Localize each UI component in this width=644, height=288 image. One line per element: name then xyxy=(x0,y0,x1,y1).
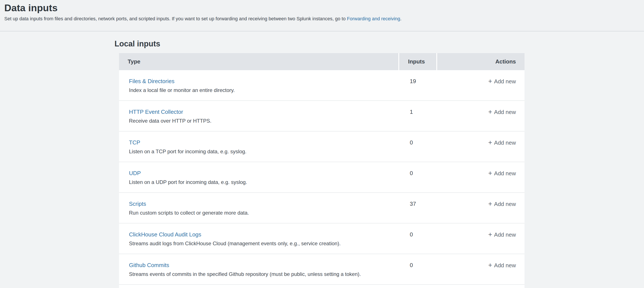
table-row-http-event-collector: HTTP Event Collector Receive data over H… xyxy=(119,101,524,131)
inputs-count: 1 xyxy=(399,101,437,131)
plus-icon: + xyxy=(488,169,492,177)
github-commits-link[interactable]: Github Commits xyxy=(129,262,169,268)
table-row-files-directories: Files & Directories Index a local file o… xyxy=(119,70,524,101)
add-new-label: Add new xyxy=(494,78,516,85)
column-header-type: Type xyxy=(119,53,398,70)
add-new-label: Add new xyxy=(494,170,516,177)
subtitle-text: Set up data inputs from files and direct… xyxy=(4,16,347,21)
next-row-partial xyxy=(119,285,524,288)
type-cell: ClickHouse Cloud Audit Logs Streams audi… xyxy=(119,223,399,254)
page-subtitle: Set up data inputs from files and direct… xyxy=(4,16,402,22)
actions-cell: +Add new xyxy=(437,131,524,162)
add-new-link[interactable]: +Add new xyxy=(488,231,516,238)
plus-icon: + xyxy=(488,108,492,116)
column-header-inputs: Inputs xyxy=(399,53,436,70)
actions-cell: +Add new xyxy=(437,193,524,223)
actions-cell: +Add new xyxy=(437,223,524,254)
column-header-actions: Actions xyxy=(437,53,524,70)
forwarding-and-receiving-link[interactable]: Forwarding and receiving xyxy=(347,16,400,21)
plus-icon: + xyxy=(488,261,492,269)
table-row-github-commits: Github Commits Streams events of commits… xyxy=(119,254,524,285)
actions-cell: +Add new xyxy=(437,254,524,284)
add-new-link[interactable]: +Add new xyxy=(488,78,516,85)
plus-icon: + xyxy=(488,231,492,238)
inputs-count: 0 xyxy=(399,162,437,192)
inputs-count: 0 xyxy=(399,131,437,162)
http-event-collector-link[interactable]: HTTP Event Collector xyxy=(129,109,183,115)
type-description: Listen on a TCP port for incoming data, … xyxy=(129,148,399,155)
add-new-label: Add new xyxy=(494,109,516,115)
plus-icon: + xyxy=(488,200,492,208)
add-new-link[interactable]: +Add new xyxy=(488,108,516,116)
type-cell: HTTP Event Collector Receive data over H… xyxy=(119,101,399,131)
type-description: Receive data over HTTP or HTTPS. xyxy=(129,118,399,124)
content-area: Local inputs Type Inputs Actions Files &… xyxy=(0,32,644,288)
local-inputs-table: Type Inputs Actions Files & Directories … xyxy=(119,53,524,288)
table-row-tcp: TCP Listen on a TCP port for incoming da… xyxy=(119,131,524,162)
page-header: Data inputs Set up data inputs from file… xyxy=(0,0,644,32)
actions-cell: +Add new xyxy=(437,70,524,100)
inputs-count: 0 xyxy=(399,254,437,284)
type-description: Run custom scripts to collect or generat… xyxy=(129,210,399,216)
type-description: Index a local file or monitor an entire … xyxy=(129,87,399,94)
add-new-label: Add new xyxy=(494,201,516,207)
local-inputs-heading: Local inputs xyxy=(114,39,160,49)
add-new-link[interactable]: +Add new xyxy=(488,200,516,208)
table-header-row: Type Inputs Actions xyxy=(119,53,524,70)
type-cell: Github Commits Streams events of commits… xyxy=(119,254,399,284)
subtitle-period: . xyxy=(400,16,402,21)
add-new-link[interactable]: +Add new xyxy=(488,261,516,269)
inputs-count: 37 xyxy=(399,193,437,223)
udp-link[interactable]: UDP xyxy=(129,170,141,176)
add-new-link[interactable]: +Add new xyxy=(488,169,516,177)
actions-cell: +Add new xyxy=(437,101,524,131)
add-new-label: Add new xyxy=(494,139,516,146)
table-row-udp: UDP Listen on a UDP port for incoming da… xyxy=(119,162,524,193)
scripts-link[interactable]: Scripts xyxy=(129,201,146,207)
inputs-count: 0 xyxy=(399,223,437,254)
type-cell: TCP Listen on a TCP port for incoming da… xyxy=(119,131,399,162)
type-cell: Scripts Run custom scripts to collect or… xyxy=(119,193,399,223)
files-directories-link[interactable]: Files & Directories xyxy=(129,78,174,84)
table-row-clickhouse-cloud-audit-logs: ClickHouse Cloud Audit Logs Streams audi… xyxy=(119,223,524,254)
plus-icon: + xyxy=(488,139,492,146)
type-cell: UDP Listen on a UDP port for incoming da… xyxy=(119,162,399,192)
add-new-label: Add new xyxy=(494,231,516,238)
type-description: Streams audit logs from ClickHouse Cloud… xyxy=(129,240,399,247)
inputs-count: 19 xyxy=(399,70,437,100)
add-new-link[interactable]: +Add new xyxy=(488,139,516,146)
actions-cell: +Add new xyxy=(437,162,524,192)
type-description: Streams events of commits in the specifi… xyxy=(129,271,399,277)
page-title: Data inputs xyxy=(4,2,58,14)
tcp-link[interactable]: TCP xyxy=(129,139,140,146)
plus-icon: + xyxy=(488,78,492,85)
add-new-label: Add new xyxy=(494,262,516,268)
table-row-scripts: Scripts Run custom scripts to collect or… xyxy=(119,193,524,223)
clickhouse-cloud-audit-logs-link[interactable]: ClickHouse Cloud Audit Logs xyxy=(129,231,201,238)
type-description: Listen on a UDP port for incoming data, … xyxy=(129,179,399,185)
type-cell: Files & Directories Index a local file o… xyxy=(119,70,399,100)
